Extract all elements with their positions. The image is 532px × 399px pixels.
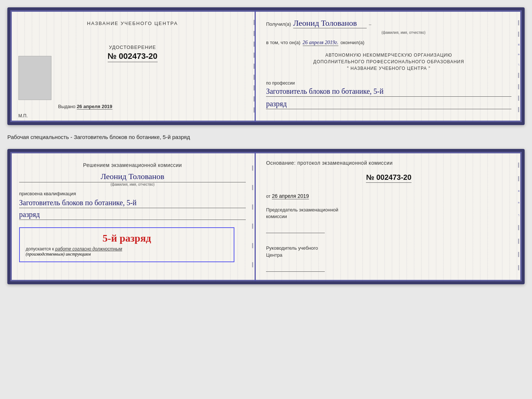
ot-label: от <box>266 194 270 199</box>
poluchil-dash: – <box>369 21 371 27</box>
ot-line: от 26 апреля 2019 <box>266 193 511 199</box>
osnovanie-label: Основание: протокол экзаменационной коми… <box>266 160 511 166</box>
org-block: АВТОНОМНУЮ НЕКОММЕРЧЕСКУЮ ОРГАНИЗАЦИЮ ДО… <box>266 52 511 72</box>
prisvoena-label: присвоена квалификация <box>19 191 246 196</box>
poprofessii-label: по профессии <box>266 81 511 86</box>
card2-left-margin-deco <box>252 159 253 274</box>
document-card-1: НАЗВАНИЕ УЧЕБНОГО ЦЕНТРА УДОСТОВЕРЕНИЕ №… <box>7 7 525 125</box>
okoncil-label: окончил(а) <box>341 40 364 45</box>
vtom-line: в том, что он(а) 26 апреля 2019г. окончи… <box>266 40 511 46</box>
udostoverenie-number: № 002473-20 <box>108 51 158 62</box>
razryad-value-1: разряд <box>266 100 511 109</box>
protokol-number: № 002473-20 <box>366 173 411 183</box>
org-line1: АВТОНОМНУЮ НЕКОММЕРЧЕСКУЮ ОРГАНИЗАЦИЮ <box>266 52 511 58</box>
fio-subtitle-2: (фамилия, имя, отчество) <box>19 182 246 186</box>
profession-name-2: Заготовитель блоков по ботанике, 5-й <box>19 199 246 208</box>
stamp-box: 5-й разряд допускается к работе согласно… <box>19 227 234 262</box>
ot-date: 26 апреля 2019 <box>272 193 309 199</box>
poprofessii-block: по профессии Заготовитель блоков по бота… <box>266 81 511 109</box>
specialty-text: Рабочая специальность - Заготовитель бло… <box>7 132 525 142</box>
udostoverenie-block: УДОСТОВЕРЕНИЕ № 002473-20 <box>108 44 158 62</box>
card2-right: Основание: протокол экзаменационной коми… <box>256 152 522 281</box>
resheniem-label: Решением экзаменационной комиссии <box>19 162 246 168</box>
rukovoditel-signature-line <box>266 264 325 272</box>
dopuskaetsya-prefix: допускается к <box>26 246 54 252</box>
vydano-label: Выдано <box>58 104 75 109</box>
udostoverenie-label: УДОСТОВЕРЕНИЕ <box>108 44 158 50</box>
poluchil-name: Леонид Толованов <box>293 18 367 28</box>
right-margin-deco-1: и а ‹- <box>518 18 520 115</box>
vtom-label: в том, что он(а) <box>266 40 300 45</box>
vtom-date: 26 апреля 2019г. <box>303 40 338 46</box>
profession-name-1: Заготовитель блоков по ботанике, 5-й <box>266 87 511 97</box>
predsedatel-signature-line <box>266 226 325 233</box>
razryad-value-2: разряд <box>19 210 246 220</box>
predsedatel-label: Председатель экзаменационной комиссии <box>266 207 511 220</box>
dopuskaetsya-work: работе согласно должностным <box>55 246 122 252</box>
poluchil-label: Получил(а) <box>266 21 291 27</box>
photo-placeholder <box>18 56 51 100</box>
left-margin-deco <box>254 18 255 115</box>
org-name: " НАЗВАНИЕ УЧЕБНОГО ЦЕНТРА " <box>266 65 511 72</box>
vydano-line: Выдано 26 апреля 2019 <box>58 104 112 109</box>
dopuskaetsya-text: допускается к работе согласно должностны… <box>26 246 228 252</box>
card2-left: Решением экзаменационной комиссии Леонид… <box>10 152 256 281</box>
vydano-date: 26 апреля 2019 <box>77 104 112 110</box>
card2-right-margin-deco: и а ‹- <box>518 159 520 274</box>
dopuskaetsya-instrukcii: (производственным) инструкциям <box>26 252 228 257</box>
rukovoditel-label: Руководитель учебного Центра <box>266 245 511 258</box>
org-line2: ДОПОЛНИТЕЛЬНОГО ПРОФЕССИОНАЛЬНОГО ОБРАЗО… <box>266 58 511 65</box>
rukovoditel-block: Руководитель учебного Центра <box>266 245 511 273</box>
fio-subtitle-1: (фамилия, имя, отчество) <box>295 31 511 35</box>
predsedatel-block: Председатель экзаменационной комиссии <box>266 207 511 235</box>
document-card-2: Решением экзаменационной комиссии Леонид… <box>7 149 525 284</box>
training-center-title: НАЗВАНИЕ УЧЕБНОГО ЦЕНТРА <box>87 21 178 26</box>
mp-label: М.П. <box>18 113 28 118</box>
leonid-name: Леонид Толованов <box>19 172 246 182</box>
stamp-razryad: 5-й разряд <box>26 232 228 244</box>
card1-left: НАЗВАНИЕ УЧЕБНОГО ЦЕНТРА УДОСТОВЕРЕНИЕ №… <box>10 10 256 122</box>
poluchil-line: Получил(а) Леонид Толованов – <box>266 18 511 28</box>
card1-right: Получил(а) Леонид Толованов – (фамилия, … <box>256 10 522 122</box>
